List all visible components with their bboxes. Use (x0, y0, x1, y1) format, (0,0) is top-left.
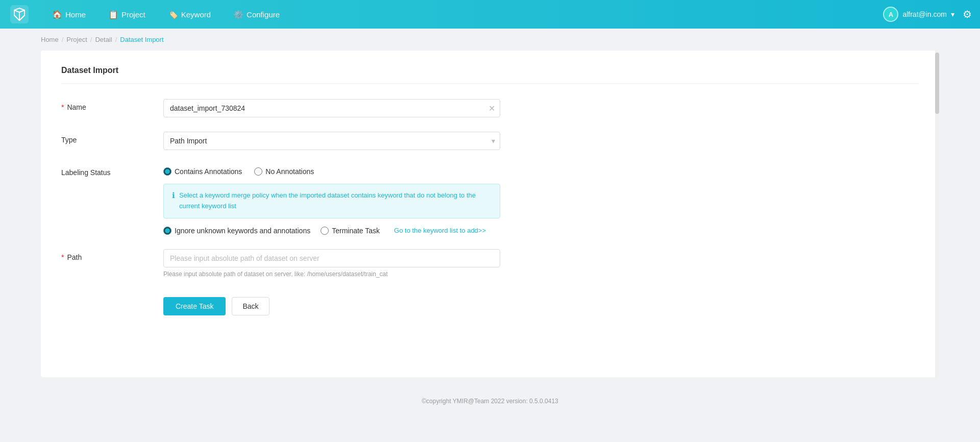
button-group: Create Task Back (163, 292, 500, 315)
project-icon: 📋 (108, 10, 118, 19)
contains-annotations-option[interactable]: Contains Annotations (163, 167, 242, 176)
nav-keyword[interactable]: 🏷️ Keyword (157, 0, 222, 29)
nav-keyword-label: Keyword (181, 10, 211, 19)
path-hint: Please input absolute path of dataset on… (163, 271, 500, 278)
name-clear-icon[interactable]: ✕ (488, 104, 495, 113)
type-select[interactable]: Path Import Upload Copy (163, 132, 500, 150)
breadcrumb-current: Dataset Import (120, 36, 163, 43)
name-input-wrapper: ✕ (163, 99, 500, 117)
button-label-spacer (61, 292, 163, 296)
terminate-task-radio[interactable] (321, 227, 329, 235)
no-annotations-option[interactable]: No Annotations (254, 167, 314, 176)
user-email: alfrat@in.com (902, 10, 947, 18)
nav-home-label: Home (65, 10, 86, 19)
breadcrumb: Home / Project / Detail / Dataset Import (0, 29, 980, 51)
labeling-status-label: Labeling Status (61, 164, 163, 177)
terminate-task-option[interactable]: Terminate Task (321, 227, 380, 235)
nav-project[interactable]: 📋 Project (97, 0, 157, 29)
home-icon: 🏠 (52, 10, 62, 19)
no-annotations-text: No Annotations (265, 167, 314, 176)
path-label: * Path (61, 249, 163, 261)
footer: ©copyright YMIR@Team 2022 version: 0.5.0… (0, 387, 980, 415)
nav-project-label: Project (121, 10, 145, 19)
no-annotations-radio[interactable] (254, 167, 262, 176)
keyword-list-link[interactable]: Go to the keyword list to add>> (394, 227, 486, 234)
labeling-status-content: Contains Annotations No Annotations ℹ Se… (163, 164, 500, 235)
breadcrumb-sep-1: / (62, 36, 64, 43)
keyword-icon: 🏷️ (168, 10, 178, 19)
path-row: * Path Please input absolute path of dat… (61, 249, 919, 278)
breadcrumb-sep-2: / (90, 36, 92, 43)
type-field-wrapper: Path Import Upload Copy ▾ (163, 132, 500, 150)
name-label: * Name (61, 99, 163, 111)
back-button[interactable]: Back (232, 297, 269, 315)
nav-home[interactable]: 🏠 Home (41, 0, 97, 29)
notification-icon[interactable]: ⚙ (963, 8, 972, 20)
contains-annotations-radio[interactable] (163, 167, 172, 176)
contains-annotations-text: Contains Annotations (175, 167, 242, 176)
breadcrumb-detail[interactable]: Detail (95, 36, 112, 43)
user-dropdown-icon: ▾ (951, 10, 954, 18)
avatar: A (883, 7, 898, 22)
scrollbar[interactable] (935, 51, 939, 377)
button-row: Create Task Back (61, 292, 919, 315)
annotation-radio-group: Contains Annotations No Annotations (163, 164, 500, 176)
action-buttons: Create Task Back (163, 297, 500, 315)
ignore-keywords-radio[interactable] (163, 227, 172, 235)
path-required-star: * (61, 253, 64, 261)
info-box: ℹ Select a keyword merge policy when the… (163, 184, 500, 218)
ignore-keywords-text: Ignore unknown keywords and annotations (175, 227, 310, 235)
configure-icon: ⚙️ (233, 10, 243, 19)
type-row: Type Path Import Upload Copy ▾ (61, 132, 919, 150)
nav-items: 🏠 Home 📋 Project 🏷️ Keyword ⚙️ Configure (41, 0, 883, 29)
breadcrumb-sep-3: / (115, 36, 117, 43)
type-label: Type (61, 132, 163, 144)
labeling-status-row: Labeling Status Contains Annotations No … (61, 164, 919, 235)
nav-configure[interactable]: ⚙️ Configure (222, 0, 291, 29)
app-logo[interactable] (8, 3, 31, 26)
nav-user[interactable]: A alfrat@in.com ▾ (883, 7, 954, 22)
scrollbar-thumb (935, 53, 939, 114)
main-container: Dataset Import * Name ✕ Type Path Import… (41, 51, 939, 377)
ignore-keywords-option[interactable]: Ignore unknown keywords and annotations (163, 227, 310, 235)
info-icon: ℹ (172, 191, 175, 200)
terminate-task-text: Terminate Task (332, 227, 380, 235)
type-select-wrapper: Path Import Upload Copy ▾ (163, 132, 500, 150)
name-field-wrapper: ✕ (163, 99, 500, 117)
info-message: Select a keyword merge policy when the i… (179, 190, 492, 212)
name-required-star: * (61, 103, 64, 111)
nav-configure-label: Configure (247, 10, 280, 19)
path-input[interactable] (163, 249, 500, 267)
navbar: 🏠 Home 📋 Project 🏷️ Keyword ⚙️ Configure… (0, 0, 980, 29)
nav-right: A alfrat@in.com ▾ ⚙ (883, 7, 972, 22)
section-title: Dataset Import (61, 66, 919, 84)
name-row: * Name ✕ (61, 99, 919, 117)
path-field-wrapper: Please input absolute path of dataset on… (163, 249, 500, 278)
create-task-button[interactable]: Create Task (163, 297, 226, 315)
name-input[interactable] (163, 99, 500, 117)
breadcrumb-home[interactable]: Home (41, 36, 59, 43)
breadcrumb-project[interactable]: Project (66, 36, 87, 43)
footer-text: ©copyright YMIR@Team 2022 version: 0.5.0… (422, 398, 558, 405)
keyword-options: Ignore unknown keywords and annotations … (163, 227, 500, 235)
